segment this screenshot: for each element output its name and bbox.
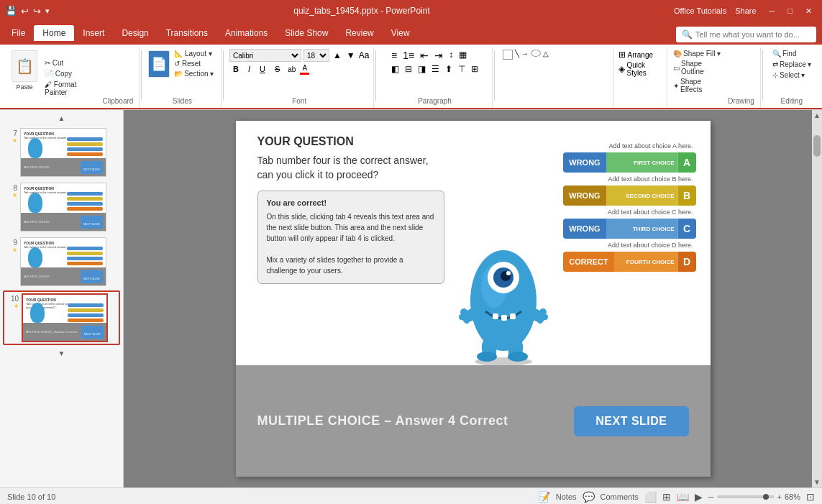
close-button[interactable]: ✕ (801, 5, 816, 17)
increase-indent-button[interactable]: ⇥ (432, 49, 445, 62)
choice-d-sublabel: FOURTH CHOICE (614, 252, 677, 272)
redo-icon[interactable]: ↪ (33, 6, 41, 17)
select-button[interactable]: ⊹ Select ▾ (770, 70, 808, 80)
notes-label[interactable]: Notes (556, 492, 577, 501)
normal-view-button[interactable]: ⬜ (644, 491, 657, 503)
undo-icon[interactable]: ↩ (21, 6, 29, 17)
tab-file[interactable]: File (3, 25, 34, 41)
minimize-button[interactable]: ─ (765, 5, 780, 17)
italic-button[interactable]: I (245, 63, 254, 75)
font-family-select[interactable]: Calibri (229, 49, 301, 62)
scroll-up-arrow[interactable]: ▲ (3, 113, 120, 124)
text-direction-button[interactable]: ⬆ (443, 63, 455, 75)
font-size-select[interactable]: 18 (303, 49, 329, 62)
canvas-scroll-down[interactable]: ▼ (812, 477, 822, 487)
shape-fill-button[interactable]: 🎨 Shape Fill ▾ (670, 49, 728, 58)
bold-button[interactable]: B (229, 63, 242, 75)
canvas-scrollbar[interactable]: ▲ ▼ (812, 110, 822, 487)
slide-num-9: 9 (4, 237, 17, 247)
paste-button[interactable]: 📋 (12, 50, 37, 82)
zoom-out-button[interactable]: ─ (708, 492, 714, 501)
font-color-button[interactable]: A (300, 63, 309, 75)
slide-thumb-9[interactable]: 9 ★ YOUR QUESTION Tab number is the corr… (3, 236, 120, 288)
replace-button[interactable]: ⇄ Replace ▾ (770, 60, 814, 69)
correct-box: You are correct! On this slide, clicking… (257, 191, 444, 284)
tab-insert[interactable]: Insert (74, 25, 113, 41)
tab-animations[interactable]: Animations (216, 25, 276, 41)
svg-rect-11 (493, 313, 498, 319)
copy-button[interactable]: 📄 Copy (42, 69, 101, 78)
choice-row-c[interactable]: WRONG THIRD CHOICE C (563, 219, 695, 239)
align-right-button[interactable]: ◨ (416, 63, 428, 75)
slide-thumb-8[interactable]: 8 ★ YOUR QUESTION Tab number is the corr… (3, 181, 120, 233)
tab-slideshow[interactable]: Slide Show (276, 25, 337, 41)
text-align-button[interactable]: ⊤ (456, 63, 467, 75)
slide-thumb-7[interactable]: 7 ★ YOUR QUESTION Tab number is the corr… (3, 127, 120, 178)
decrease-indent-button[interactable]: ⇤ (418, 49, 431, 62)
choice-row-a[interactable]: WRONG FIRST CHOICE A (563, 152, 695, 173)
shape-triangle[interactable]: △ (543, 50, 549, 60)
new-slide-button[interactable]: 📄 (148, 50, 170, 78)
canvas-scroll-thumb[interactable] (813, 135, 821, 157)
underline-button[interactable]: U (256, 63, 269, 75)
columns-button[interactable]: ▦ (457, 49, 469, 62)
zoom-slider[interactable] (717, 495, 775, 498)
customize-icon[interactable]: ▾ (45, 6, 50, 16)
quick-styles-button[interactable]: ◈ Quick Styles (617, 60, 667, 78)
shape-arrow[interactable]: → (521, 50, 529, 60)
reset-button[interactable]: ↺ Reset (171, 59, 216, 68)
cut-button[interactable]: ✂ Cut (42, 58, 101, 68)
bullets-button[interactable]: ≡ (389, 49, 399, 62)
find-button[interactable]: 🔍 Find (770, 49, 799, 58)
office-tutorials-link[interactable]: Office Tutorials (674, 6, 726, 15)
shape-line[interactable]: ╲ (515, 50, 519, 60)
tab-home[interactable]: Home (34, 25, 74, 41)
smartart-button[interactable]: ⊞ (469, 63, 480, 75)
search-input[interactable] (695, 30, 810, 39)
justify-button[interactable]: ☰ (429, 63, 442, 75)
layout-button[interactable]: 📐 Layout ▾ (171, 49, 216, 58)
font-size-increase[interactable]: ▲ (332, 50, 343, 61)
share-button[interactable]: Share (731, 5, 760, 17)
align-left-button[interactable]: ◧ (389, 63, 401, 75)
canvas-scroll-up[interactable]: ▲ (812, 110, 822, 121)
choice-row-d[interactable]: CORRECT FOURTH CHOICE D (563, 252, 695, 272)
zoom-in-button[interactable]: + (777, 492, 782, 501)
maximize-button[interactable]: □ (783, 5, 797, 17)
line-spacing-button[interactable]: ↕ (447, 49, 455, 62)
comments-label[interactable]: Comments (600, 492, 639, 501)
numbering-button[interactable]: 1≡ (401, 49, 416, 62)
choice-row-b[interactable]: WRONG SECOND CHOICE B (563, 185, 695, 206)
font-shadow-button[interactable]: ab (286, 65, 298, 74)
slide-top: YOUR QUESTION Tab number four is the cor… (236, 121, 711, 365)
thumb-bars-8 (67, 192, 103, 211)
arrange-button[interactable]: ⊞ Arrange (617, 49, 667, 60)
clear-format-button[interactable]: Aa (359, 50, 370, 60)
font-size-decrease[interactable]: ▼ (345, 50, 357, 61)
shape-outline-button[interactable]: ▭ Shape Outline (670, 59, 728, 76)
next-slide-button[interactable]: NEXT SLIDE (574, 406, 688, 436)
shape-rect[interactable] (503, 50, 513, 60)
section-button[interactable]: 📂 Section ▾ (171, 69, 216, 78)
fit-window-button[interactable]: ⊡ (806, 491, 815, 503)
slide-img-8: YOUR QUESTION Tab number is the correct … (20, 183, 106, 232)
comments-button[interactable]: 💬 (583, 491, 595, 503)
tab-review[interactable]: Review (337, 25, 382, 41)
format-painter-button[interactable]: 🖌 Format Painter (42, 80, 101, 97)
tab-transitions[interactable]: Transitions (157, 25, 216, 41)
save-icon[interactable]: 💾 (6, 6, 17, 16)
tab-view[interactable]: View (383, 25, 419, 41)
align-center-button[interactable]: ⊟ (403, 63, 414, 75)
notes-button[interactable]: 📝 (538, 491, 550, 503)
strikethrough-button[interactable]: S (271, 63, 283, 75)
slide-thumb-10[interactable]: 10 ★ YOUR QUESTION Tab number four is th… (3, 290, 120, 345)
shape-effects-button[interactable]: ✦ Shape Effects (670, 77, 728, 94)
reading-view-button[interactable]: 📖 (677, 491, 689, 503)
scroll-down-arrow[interactable]: ▼ (3, 348, 120, 359)
zoom-thumb[interactable] (763, 494, 769, 500)
slide-panel[interactable]: ▲ 7 ★ YOUR QUESTION Tab number is the co… (0, 110, 124, 487)
slide-sorter-button[interactable]: ⊞ (662, 491, 671, 503)
slide-show-button[interactable]: ▶ (695, 491, 703, 503)
tab-design[interactable]: Design (113, 25, 157, 41)
shape-oval[interactable] (531, 50, 541, 57)
